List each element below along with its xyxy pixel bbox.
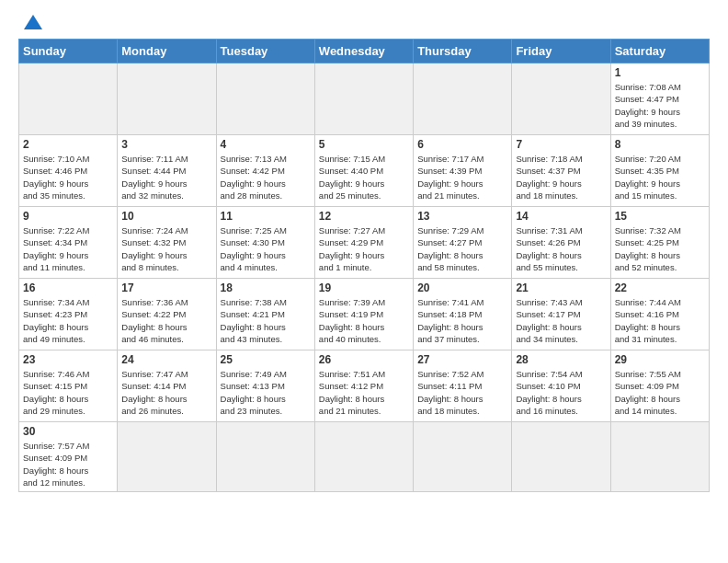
day-info: Sunrise: 7:36 AM Sunset: 4:22 PM Dayligh…: [121, 296, 211, 345]
day-info: Sunrise: 7:54 AM Sunset: 4:10 PM Dayligh…: [516, 368, 606, 417]
day-cell: [314, 422, 413, 492]
day-cell: 24Sunrise: 7:47 AM Sunset: 4:14 PM Dayli…: [118, 350, 216, 422]
day-cell: [512, 63, 610, 135]
week-row-4: 16Sunrise: 7:34 AM Sunset: 4:23 PM Dayli…: [19, 279, 710, 350]
day-cell: 4Sunrise: 7:13 AM Sunset: 4:42 PM Daylig…: [216, 135, 314, 207]
day-cell: 29Sunrise: 7:55 AM Sunset: 4:09 PM Dayli…: [610, 350, 709, 422]
day-number: 24: [121, 353, 211, 366]
day-cell: 15Sunrise: 7:32 AM Sunset: 4:25 PM Dayli…: [610, 207, 709, 279]
day-cell: 22Sunrise: 7:44 AM Sunset: 4:16 PM Dayli…: [610, 279, 709, 350]
header: [18, 15, 710, 29]
day-info: Sunrise: 7:20 AM Sunset: 4:35 PM Dayligh…: [615, 153, 705, 201]
week-row-5: 23Sunrise: 7:46 AM Sunset: 4:15 PM Dayli…: [19, 350, 710, 422]
day-info: Sunrise: 7:46 AM Sunset: 4:15 PM Dayligh…: [23, 368, 113, 417]
day-info: Sunrise: 7:51 AM Sunset: 4:12 PM Dayligh…: [319, 368, 409, 417]
day-cell: 21Sunrise: 7:43 AM Sunset: 4:17 PM Dayli…: [512, 279, 610, 350]
day-number: 15: [615, 210, 705, 223]
day-number: 9: [23, 210, 113, 223]
day-number: 2: [23, 138, 113, 151]
day-cell: [216, 422, 314, 492]
day-cell: 30Sunrise: 7:57 AM Sunset: 4:09 PM Dayli…: [19, 422, 118, 492]
day-info: Sunrise: 7:08 AM Sunset: 4:47 PM Dayligh…: [615, 81, 705, 130]
weekday-header-wednesday: Wednesday: [314, 40, 413, 63]
week-row-1: 1Sunrise: 7:08 AM Sunset: 4:47 PM Daylig…: [19, 63, 710, 135]
week-row-3: 9Sunrise: 7:22 AM Sunset: 4:34 PM Daylig…: [19, 207, 710, 279]
day-number: 22: [615, 282, 705, 294]
day-number: 17: [121, 282, 211, 294]
weekday-header-thursday: Thursday: [414, 40, 512, 63]
day-cell: [118, 422, 216, 492]
day-cell: 12Sunrise: 7:27 AM Sunset: 4:29 PM Dayli…: [314, 207, 413, 279]
day-cell: 2Sunrise: 7:10 AM Sunset: 4:46 PM Daylig…: [19, 135, 118, 207]
logo: [18, 15, 42, 29]
day-number: 25: [221, 353, 311, 366]
day-number: 29: [615, 353, 705, 366]
day-number: 20: [417, 282, 507, 294]
day-info: Sunrise: 7:44 AM Sunset: 4:16 PM Dayligh…: [615, 296, 705, 345]
day-number: 27: [417, 353, 507, 366]
weekday-header-saturday: Saturday: [610, 40, 709, 63]
day-number: 8: [615, 138, 705, 151]
day-cell: 10Sunrise: 7:24 AM Sunset: 4:32 PM Dayli…: [118, 207, 216, 279]
day-cell: [610, 422, 709, 492]
day-info: Sunrise: 7:15 AM Sunset: 4:40 PM Dayligh…: [319, 153, 409, 201]
day-info: Sunrise: 7:22 AM Sunset: 4:34 PM Dayligh…: [23, 224, 113, 273]
weekday-header-row: SundayMondayTuesdayWednesdayThursdayFrid…: [19, 40, 710, 63]
day-cell: 17Sunrise: 7:36 AM Sunset: 4:22 PM Dayli…: [118, 279, 216, 350]
day-cell: 23Sunrise: 7:46 AM Sunset: 4:15 PM Dayli…: [19, 350, 118, 422]
day-number: 16: [23, 282, 113, 294]
day-info: Sunrise: 7:24 AM Sunset: 4:32 PM Dayligh…: [121, 224, 211, 273]
day-cell: 5Sunrise: 7:15 AM Sunset: 4:40 PM Daylig…: [314, 135, 413, 207]
day-info: Sunrise: 7:38 AM Sunset: 4:21 PM Dayligh…: [221, 296, 311, 345]
day-cell: 28Sunrise: 7:54 AM Sunset: 4:10 PM Dayli…: [512, 350, 610, 422]
day-info: Sunrise: 7:49 AM Sunset: 4:13 PM Dayligh…: [221, 368, 311, 417]
day-info: Sunrise: 7:10 AM Sunset: 4:46 PM Dayligh…: [23, 153, 113, 201]
page: SundayMondayTuesdayWednesdayThursdayFrid…: [0, 0, 728, 563]
day-cell: [19, 63, 118, 135]
weekday-header-friday: Friday: [512, 40, 610, 63]
weekday-header-monday: Monday: [118, 40, 216, 63]
day-cell: [118, 63, 216, 135]
day-cell: 9Sunrise: 7:22 AM Sunset: 4:34 PM Daylig…: [19, 207, 118, 279]
day-cell: 11Sunrise: 7:25 AM Sunset: 4:30 PM Dayli…: [216, 207, 314, 279]
day-cell: 1Sunrise: 7:08 AM Sunset: 4:47 PM Daylig…: [610, 63, 709, 135]
day-cell: [314, 63, 413, 135]
day-number: 5: [319, 138, 409, 151]
day-number: 30: [23, 425, 113, 438]
week-row-6: 30Sunrise: 7:57 AM Sunset: 4:09 PM Dayli…: [19, 422, 710, 492]
day-number: 11: [221, 210, 311, 223]
day-cell: 13Sunrise: 7:29 AM Sunset: 4:27 PM Dayli…: [414, 207, 512, 279]
day-cell: [512, 422, 610, 492]
day-info: Sunrise: 7:27 AM Sunset: 4:29 PM Dayligh…: [319, 224, 409, 273]
day-cell: 18Sunrise: 7:38 AM Sunset: 4:21 PM Dayli…: [216, 279, 314, 350]
week-row-2: 2Sunrise: 7:10 AM Sunset: 4:46 PM Daylig…: [19, 135, 710, 207]
day-info: Sunrise: 7:55 AM Sunset: 4:09 PM Dayligh…: [615, 368, 705, 417]
logo-triangle: [24, 15, 42, 29]
day-info: Sunrise: 7:34 AM Sunset: 4:23 PM Dayligh…: [23, 296, 113, 345]
day-cell: 20Sunrise: 7:41 AM Sunset: 4:18 PM Dayli…: [414, 279, 512, 350]
day-info: Sunrise: 7:43 AM Sunset: 4:17 PM Dayligh…: [516, 296, 606, 345]
day-number: 21: [516, 282, 606, 294]
day-info: Sunrise: 7:17 AM Sunset: 4:39 PM Dayligh…: [417, 153, 507, 201]
day-number: 14: [516, 210, 606, 223]
day-info: Sunrise: 7:18 AM Sunset: 4:37 PM Dayligh…: [516, 153, 606, 201]
day-cell: 19Sunrise: 7:39 AM Sunset: 4:19 PM Dayli…: [314, 279, 413, 350]
day-cell: 27Sunrise: 7:52 AM Sunset: 4:11 PM Dayli…: [414, 350, 512, 422]
day-cell: 7Sunrise: 7:18 AM Sunset: 4:37 PM Daylig…: [512, 135, 610, 207]
day-number: 12: [319, 210, 409, 223]
day-info: Sunrise: 7:29 AM Sunset: 4:27 PM Dayligh…: [417, 224, 507, 273]
day-number: 18: [221, 282, 311, 294]
day-cell: 6Sunrise: 7:17 AM Sunset: 4:39 PM Daylig…: [414, 135, 512, 207]
day-number: 1: [615, 66, 705, 79]
day-number: 4: [221, 138, 311, 151]
day-cell: 14Sunrise: 7:31 AM Sunset: 4:26 PM Dayli…: [512, 207, 610, 279]
day-cell: [216, 63, 314, 135]
day-info: Sunrise: 7:52 AM Sunset: 4:11 PM Dayligh…: [417, 368, 507, 417]
day-cell: 3Sunrise: 7:11 AM Sunset: 4:44 PM Daylig…: [118, 135, 216, 207]
day-number: 10: [121, 210, 211, 223]
day-info: Sunrise: 7:25 AM Sunset: 4:30 PM Dayligh…: [221, 224, 311, 273]
day-number: 13: [417, 210, 507, 223]
day-info: Sunrise: 7:31 AM Sunset: 4:26 PM Dayligh…: [516, 224, 606, 273]
weekday-header-sunday: Sunday: [19, 40, 118, 63]
day-info: Sunrise: 7:41 AM Sunset: 4:18 PM Dayligh…: [417, 296, 507, 345]
